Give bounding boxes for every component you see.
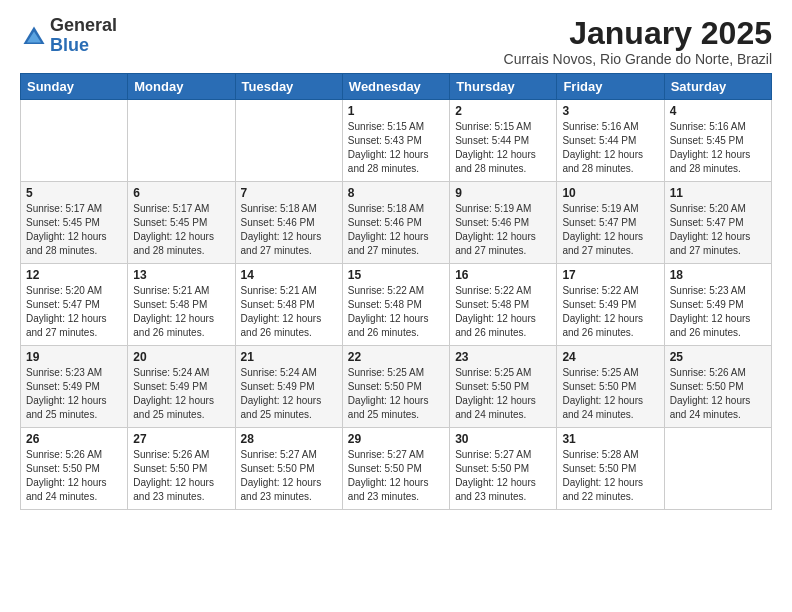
- logo: General Blue: [20, 16, 117, 56]
- day-number: 12: [26, 268, 122, 282]
- calendar-cell: 23Sunrise: 5:25 AM Sunset: 5:50 PM Dayli…: [450, 346, 557, 428]
- day-number: 13: [133, 268, 229, 282]
- calendar-cell: 22Sunrise: 5:25 AM Sunset: 5:50 PM Dayli…: [342, 346, 449, 428]
- calendar-cell: 4Sunrise: 5:16 AM Sunset: 5:45 PM Daylig…: [664, 100, 771, 182]
- day-info: Sunrise: 5:25 AM Sunset: 5:50 PM Dayligh…: [348, 366, 444, 422]
- day-number: 31: [562, 432, 658, 446]
- calendar-cell: 17Sunrise: 5:22 AM Sunset: 5:49 PM Dayli…: [557, 264, 664, 346]
- day-number: 9: [455, 186, 551, 200]
- day-info: Sunrise: 5:18 AM Sunset: 5:46 PM Dayligh…: [241, 202, 337, 258]
- weekday-header-row: SundayMondayTuesdayWednesdayThursdayFrid…: [21, 74, 772, 100]
- day-info: Sunrise: 5:20 AM Sunset: 5:47 PM Dayligh…: [26, 284, 122, 340]
- calendar-cell: 10Sunrise: 5:19 AM Sunset: 5:47 PM Dayli…: [557, 182, 664, 264]
- day-number: 24: [562, 350, 658, 364]
- day-number: 30: [455, 432, 551, 446]
- day-info: Sunrise: 5:26 AM Sunset: 5:50 PM Dayligh…: [26, 448, 122, 504]
- day-number: 17: [562, 268, 658, 282]
- day-number: 2: [455, 104, 551, 118]
- calendar-cell: [235, 100, 342, 182]
- logo-general: General: [50, 16, 117, 36]
- weekday-header-cell: Thursday: [450, 74, 557, 100]
- calendar-cell: 30Sunrise: 5:27 AM Sunset: 5:50 PM Dayli…: [450, 428, 557, 510]
- weekday-header-cell: Tuesday: [235, 74, 342, 100]
- day-info: Sunrise: 5:22 AM Sunset: 5:48 PM Dayligh…: [348, 284, 444, 340]
- day-info: Sunrise: 5:15 AM Sunset: 5:43 PM Dayligh…: [348, 120, 444, 176]
- calendar-cell: 31Sunrise: 5:28 AM Sunset: 5:50 PM Dayli…: [557, 428, 664, 510]
- day-info: Sunrise: 5:27 AM Sunset: 5:50 PM Dayligh…: [348, 448, 444, 504]
- calendar-cell: 1Sunrise: 5:15 AM Sunset: 5:43 PM Daylig…: [342, 100, 449, 182]
- calendar-cell: 8Sunrise: 5:18 AM Sunset: 5:46 PM Daylig…: [342, 182, 449, 264]
- calendar-cell: 14Sunrise: 5:21 AM Sunset: 5:48 PM Dayli…: [235, 264, 342, 346]
- day-info: Sunrise: 5:24 AM Sunset: 5:49 PM Dayligh…: [241, 366, 337, 422]
- calendar-cell: 16Sunrise: 5:22 AM Sunset: 5:48 PM Dayli…: [450, 264, 557, 346]
- calendar-cell: 24Sunrise: 5:25 AM Sunset: 5:50 PM Dayli…: [557, 346, 664, 428]
- day-number: 19: [26, 350, 122, 364]
- calendar-cell: 21Sunrise: 5:24 AM Sunset: 5:49 PM Dayli…: [235, 346, 342, 428]
- day-number: 4: [670, 104, 766, 118]
- day-info: Sunrise: 5:21 AM Sunset: 5:48 PM Dayligh…: [133, 284, 229, 340]
- day-number: 29: [348, 432, 444, 446]
- day-info: Sunrise: 5:18 AM Sunset: 5:46 PM Dayligh…: [348, 202, 444, 258]
- day-info: Sunrise: 5:22 AM Sunset: 5:48 PM Dayligh…: [455, 284, 551, 340]
- day-number: 6: [133, 186, 229, 200]
- calendar-week-row: 5Sunrise: 5:17 AM Sunset: 5:45 PM Daylig…: [21, 182, 772, 264]
- day-info: Sunrise: 5:16 AM Sunset: 5:44 PM Dayligh…: [562, 120, 658, 176]
- day-info: Sunrise: 5:27 AM Sunset: 5:50 PM Dayligh…: [455, 448, 551, 504]
- calendar-cell: 2Sunrise: 5:15 AM Sunset: 5:44 PM Daylig…: [450, 100, 557, 182]
- day-number: 10: [562, 186, 658, 200]
- calendar-cell: [664, 428, 771, 510]
- weekday-header-cell: Sunday: [21, 74, 128, 100]
- day-number: 18: [670, 268, 766, 282]
- weekday-header-cell: Saturday: [664, 74, 771, 100]
- title-area: January 2025 Currais Novos, Rio Grande d…: [504, 16, 772, 67]
- calendar-cell: 13Sunrise: 5:21 AM Sunset: 5:48 PM Dayli…: [128, 264, 235, 346]
- day-info: Sunrise: 5:15 AM Sunset: 5:44 PM Dayligh…: [455, 120, 551, 176]
- day-number: 7: [241, 186, 337, 200]
- day-number: 22: [348, 350, 444, 364]
- day-number: 23: [455, 350, 551, 364]
- day-number: 15: [348, 268, 444, 282]
- calendar-cell: 7Sunrise: 5:18 AM Sunset: 5:46 PM Daylig…: [235, 182, 342, 264]
- weekday-header-cell: Wednesday: [342, 74, 449, 100]
- header: General Blue January 2025 Currais Novos,…: [20, 16, 772, 67]
- day-info: Sunrise: 5:22 AM Sunset: 5:49 PM Dayligh…: [562, 284, 658, 340]
- logo-blue: Blue: [50, 36, 117, 56]
- calendar-cell: 27Sunrise: 5:26 AM Sunset: 5:50 PM Dayli…: [128, 428, 235, 510]
- day-info: Sunrise: 5:26 AM Sunset: 5:50 PM Dayligh…: [670, 366, 766, 422]
- calendar-week-row: 12Sunrise: 5:20 AM Sunset: 5:47 PM Dayli…: [21, 264, 772, 346]
- calendar-cell: 6Sunrise: 5:17 AM Sunset: 5:45 PM Daylig…: [128, 182, 235, 264]
- calendar-cell: 3Sunrise: 5:16 AM Sunset: 5:44 PM Daylig…: [557, 100, 664, 182]
- day-number: 27: [133, 432, 229, 446]
- day-number: 5: [26, 186, 122, 200]
- day-number: 21: [241, 350, 337, 364]
- day-info: Sunrise: 5:23 AM Sunset: 5:49 PM Dayligh…: [670, 284, 766, 340]
- calendar-cell: 11Sunrise: 5:20 AM Sunset: 5:47 PM Dayli…: [664, 182, 771, 264]
- day-number: 16: [455, 268, 551, 282]
- calendar-cell: 29Sunrise: 5:27 AM Sunset: 5:50 PM Dayli…: [342, 428, 449, 510]
- day-info: Sunrise: 5:26 AM Sunset: 5:50 PM Dayligh…: [133, 448, 229, 504]
- calendar: SundayMondayTuesdayWednesdayThursdayFrid…: [20, 73, 772, 510]
- calendar-cell: 12Sunrise: 5:20 AM Sunset: 5:47 PM Dayli…: [21, 264, 128, 346]
- calendar-cell: 28Sunrise: 5:27 AM Sunset: 5:50 PM Dayli…: [235, 428, 342, 510]
- day-number: 20: [133, 350, 229, 364]
- day-number: 1: [348, 104, 444, 118]
- day-info: Sunrise: 5:21 AM Sunset: 5:48 PM Dayligh…: [241, 284, 337, 340]
- day-info: Sunrise: 5:16 AM Sunset: 5:45 PM Dayligh…: [670, 120, 766, 176]
- calendar-cell: 5Sunrise: 5:17 AM Sunset: 5:45 PM Daylig…: [21, 182, 128, 264]
- day-info: Sunrise: 5:25 AM Sunset: 5:50 PM Dayligh…: [562, 366, 658, 422]
- day-info: Sunrise: 5:28 AM Sunset: 5:50 PM Dayligh…: [562, 448, 658, 504]
- day-number: 8: [348, 186, 444, 200]
- logo-icon: [20, 23, 48, 51]
- location-subtitle: Currais Novos, Rio Grande do Norte, Braz…: [504, 51, 772, 67]
- day-info: Sunrise: 5:19 AM Sunset: 5:47 PM Dayligh…: [562, 202, 658, 258]
- day-info: Sunrise: 5:17 AM Sunset: 5:45 PM Dayligh…: [133, 202, 229, 258]
- calendar-body: 1Sunrise: 5:15 AM Sunset: 5:43 PM Daylig…: [21, 100, 772, 510]
- weekday-header-cell: Friday: [557, 74, 664, 100]
- weekday-header-cell: Monday: [128, 74, 235, 100]
- calendar-cell: 25Sunrise: 5:26 AM Sunset: 5:50 PM Dayli…: [664, 346, 771, 428]
- calendar-cell: [128, 100, 235, 182]
- calendar-week-row: 19Sunrise: 5:23 AM Sunset: 5:49 PM Dayli…: [21, 346, 772, 428]
- day-number: 3: [562, 104, 658, 118]
- day-info: Sunrise: 5:19 AM Sunset: 5:46 PM Dayligh…: [455, 202, 551, 258]
- day-number: 11: [670, 186, 766, 200]
